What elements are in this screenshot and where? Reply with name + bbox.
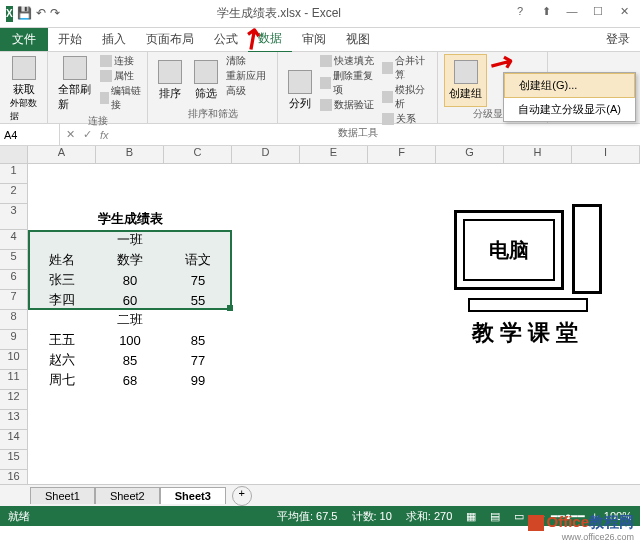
row-header[interactable]: 8: [0, 310, 27, 330]
connections-group-label: 连接: [54, 114, 141, 128]
new-sheet-button[interactable]: +: [232, 486, 252, 506]
validate-icon: [320, 99, 332, 111]
row-header[interactable]: 13: [0, 410, 27, 430]
refresh-all-button[interactable]: 全部刷新: [54, 54, 96, 114]
cell[interactable]: 75: [164, 270, 232, 290]
col-header[interactable]: G: [436, 146, 504, 163]
tab-layout[interactable]: 页面布局: [136, 27, 204, 52]
cell[interactable]: 85: [164, 330, 232, 350]
ribbon-collapse-button[interactable]: ⬆: [534, 5, 558, 23]
row-header[interactable]: 15: [0, 450, 27, 470]
connections-button[interactable]: 连接: [100, 54, 141, 68]
cell[interactable]: 85: [96, 350, 164, 370]
text-to-columns-button[interactable]: 分列: [284, 54, 316, 126]
consolidate-button[interactable]: 合并计算: [382, 54, 431, 82]
minimize-button[interactable]: —: [560, 5, 584, 23]
fx-icon[interactable]: fx: [100, 129, 109, 141]
help-button[interactable]: ?: [508, 5, 532, 23]
sheet-tab[interactable]: Sheet3: [160, 487, 226, 504]
cell[interactable]: 张三: [28, 270, 96, 290]
tab-view[interactable]: 视图: [336, 27, 380, 52]
advanced-button[interactable]: 高级: [226, 84, 266, 98]
name-box[interactable]: A4: [0, 124, 60, 145]
embedded-image[interactable]: 电脑 教学课堂: [438, 204, 618, 348]
row-header[interactable]: 11: [0, 370, 27, 390]
row-header[interactable]: 5: [0, 250, 27, 270]
tab-file[interactable]: 文件: [0, 28, 48, 51]
menu-auto-outline[interactable]: 自动建立分级显示(A): [504, 98, 635, 121]
row-header[interactable]: 4: [0, 230, 27, 250]
tab-insert[interactable]: 插入: [92, 27, 136, 52]
cell[interactable]: 周七: [28, 370, 96, 390]
cell[interactable]: 二班: [96, 310, 164, 330]
col-header[interactable]: A: [28, 146, 96, 163]
cell[interactable]: 68: [96, 370, 164, 390]
view-normal-icon[interactable]: ▦: [466, 510, 476, 523]
sort-group-label: 排序和筛选: [154, 107, 271, 121]
cell[interactable]: 语文: [164, 250, 232, 270]
cell[interactable]: 55: [164, 290, 232, 310]
cell[interactable]: 学生成绩表: [62, 208, 198, 230]
view-break-icon[interactable]: ▭: [514, 510, 524, 523]
cell[interactable]: 姓名: [28, 250, 96, 270]
row-header[interactable]: 6: [0, 270, 27, 290]
cancel-icon[interactable]: ✕: [66, 128, 75, 141]
remove-duplicates-button[interactable]: 删除重复项: [320, 69, 378, 97]
filter-button[interactable]: 筛选: [190, 54, 222, 107]
create-group-button[interactable]: 创建组: [444, 54, 487, 107]
reapply-button[interactable]: 重新应用: [226, 69, 266, 83]
view-page-icon[interactable]: ▤: [490, 510, 500, 523]
col-header[interactable]: H: [504, 146, 572, 163]
sort-button[interactable]: 排序: [154, 54, 186, 107]
row-header[interactable]: 12: [0, 390, 27, 410]
maximize-button[interactable]: ☐: [586, 5, 610, 23]
cell[interactable]: 80: [96, 270, 164, 290]
cell[interactable]: 60: [96, 290, 164, 310]
cell[interactable]: 王五: [28, 330, 96, 350]
properties-button[interactable]: 属性: [100, 69, 141, 83]
image-screen-text: 电脑: [463, 219, 555, 281]
sheet-tab[interactable]: Sheet1: [30, 487, 95, 504]
cell[interactable]: 99: [164, 370, 232, 390]
cell[interactable]: 77: [164, 350, 232, 370]
save-icon[interactable]: 💾: [17, 6, 32, 22]
select-all-corner[interactable]: [0, 146, 28, 163]
col-header[interactable]: B: [96, 146, 164, 163]
col-header[interactable]: D: [232, 146, 300, 163]
login-link[interactable]: 登录: [596, 27, 640, 52]
clear-button[interactable]: 清除: [226, 54, 266, 68]
menu-create-group[interactable]: 创建组(G)...: [504, 73, 635, 98]
whatif-button[interactable]: 模拟分析: [382, 83, 431, 111]
col-header[interactable]: E: [300, 146, 368, 163]
sheet-tab[interactable]: Sheet2: [95, 487, 160, 504]
confirm-icon[interactable]: ✓: [83, 128, 92, 141]
edit-links-button[interactable]: 编辑链接: [100, 84, 141, 112]
row-header[interactable]: 2: [0, 184, 27, 204]
row-header[interactable]: 7: [0, 290, 27, 310]
cell[interactable]: 赵六: [28, 350, 96, 370]
col-header[interactable]: F: [368, 146, 436, 163]
col-header[interactable]: C: [164, 146, 232, 163]
spreadsheet-grid[interactable]: A B C D E F G H I 1 2 3 4 5 6 7 8 9 10 1…: [0, 146, 640, 506]
row-header[interactable]: 1: [0, 164, 27, 184]
cell[interactable]: 100: [96, 330, 164, 350]
cell[interactable]: 一班: [96, 230, 164, 250]
undo-icon[interactable]: ↶: [36, 6, 46, 22]
cell[interactable]: 李四: [28, 290, 96, 310]
tab-home[interactable]: 开始: [48, 27, 92, 52]
data-validation-button[interactable]: 数据验证: [320, 98, 378, 112]
row-header[interactable]: 3: [0, 204, 27, 230]
properties-icon: [100, 70, 112, 82]
row-header[interactable]: 14: [0, 430, 27, 450]
flash-fill-button[interactable]: 快速填充: [320, 54, 378, 68]
get-external-data-button[interactable]: 获取 外部数据: [6, 54, 41, 125]
close-button[interactable]: ✕: [612, 5, 636, 23]
row-header[interactable]: 10: [0, 350, 27, 370]
relationships-button[interactable]: 关系: [382, 112, 431, 126]
row-header[interactable]: 9: [0, 330, 27, 350]
tab-formula[interactable]: 公式: [204, 27, 248, 52]
tab-data[interactable]: 数据: [248, 26, 292, 53]
cell[interactable]: 数学: [96, 250, 164, 270]
tab-review[interactable]: 审阅: [292, 27, 336, 52]
col-header[interactable]: I: [572, 146, 640, 163]
